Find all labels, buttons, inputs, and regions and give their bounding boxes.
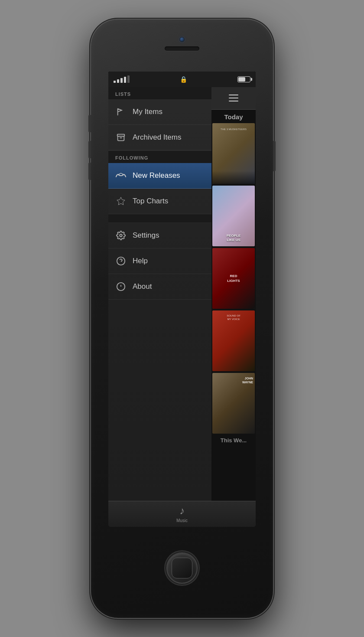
menu-panel: LISTS My Items [108,87,211,501]
menu-item-settings[interactable]: Settings [108,223,211,248]
movie-poster-4[interactable]: SOUND OFMY VOICE [212,310,255,371]
menu-item-help[interactable]: Help [108,248,211,274]
screen-content: LISTS My Items [108,87,256,501]
signal-bar-4 [124,77,126,83]
content-header [211,87,256,110]
this-week-label: This We... [211,434,256,444]
signal-bar-2 [117,79,119,83]
movie-poster-2[interactable]: PEOPLELIKE US [212,186,255,246]
music-tab-label: Music [176,518,188,523]
battery-fill [238,77,245,82]
new-releases-label: New Releases [133,171,180,180]
signal-bar-1 [114,81,116,83]
menu-item-new-releases[interactable]: New Releases [108,163,211,189]
speaker [165,46,199,51]
content-panel: Today THE 3 MUSKETEERS PEOPLEL [211,87,256,501]
tab-music[interactable]: ♪ Music [168,502,196,526]
wings-icon [115,170,127,181]
hamburger-line-1 [229,95,238,95]
music-note-icon: ♪ [179,505,185,517]
help-label: Help [133,257,148,265]
hamburger-button[interactable] [224,88,243,108]
home-button-inner [172,558,192,578]
star-icon [115,196,127,207]
signal-bar-5 [127,75,130,83]
status-center: 🔒 [180,76,187,83]
flag-icon [115,106,127,118]
home-button[interactable] [166,552,198,584]
content-scroll[interactable]: Today THE 3 MUSKETEERS PEOPLEL [211,110,256,501]
menu-item-about[interactable]: About [108,274,211,300]
movie-posters-list: THE 3 MUSKETEERS PEOPLELIKE US [211,122,256,434]
phone-top [91,20,273,72]
svg-marker-1 [117,197,125,204]
about-label: About [133,282,152,291]
screen: 🔒 LISTS My Items [108,72,256,527]
battery-icon [237,76,250,82]
phone-bottom [166,527,198,618]
signal-bar-3 [120,78,123,83]
lists-header: LISTS [108,87,211,99]
today-label: Today [211,110,256,122]
camera [179,37,185,42]
archive-icon [115,132,127,143]
info-icon [115,281,127,292]
hamburger-line-2 [229,98,238,98]
menu-item-archived-items[interactable]: Archived Items [108,125,211,150]
menu-item-my-items[interactable]: My Items [108,99,211,125]
archived-items-label: Archived Items [133,133,181,142]
battery-container [237,76,250,82]
lock-icon: 🔒 [180,76,187,83]
phone-device: 🔒 LISTS My Items [91,20,273,618]
settings-label: Settings [133,231,159,240]
help-icon [115,255,127,267]
svg-rect-0 [117,134,125,136]
movie-poster-1[interactable]: THE 3 MUSKETEERS [212,123,255,184]
signal-bars [114,75,130,83]
movie-poster-3[interactable]: REDLIGHTS [212,248,255,309]
svg-point-2 [120,234,122,237]
tab-bar: ♪ Music [108,501,256,527]
menu-item-top-charts[interactable]: Top Charts [108,189,211,214]
following-header: FOLLOWING [108,150,211,163]
hamburger-line-3 [229,101,238,101]
menu-divider [108,214,211,223]
my-items-label: My Items [133,108,162,116]
top-charts-label: Top Charts [133,197,168,206]
gear-icon [115,230,127,241]
status-bar: 🔒 [108,72,256,87]
movie-poster-5[interactable]: JOHNWAYNE [212,373,255,434]
